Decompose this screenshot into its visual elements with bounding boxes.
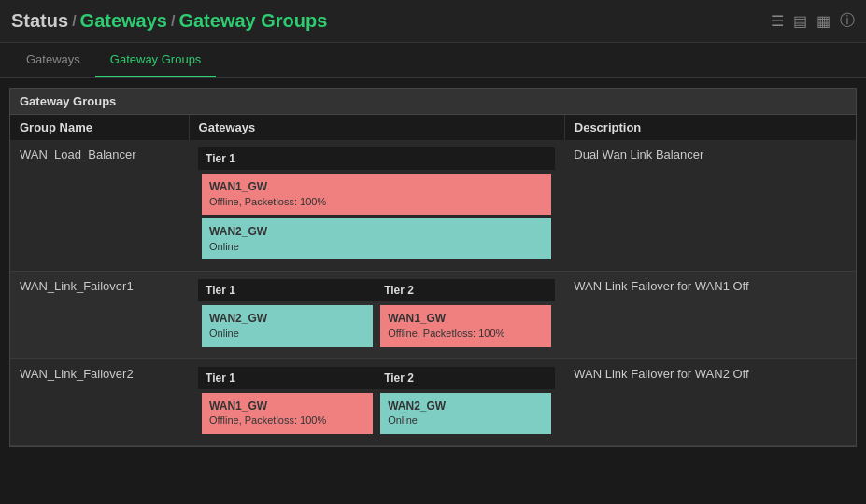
tier-block: Tier 1WAN2_GWOnline: [198, 279, 376, 350]
description-cell: WAN Link Failover for WAN1 Off: [564, 272, 856, 358]
tiers-container: Tier 1WAN1_GWOffline, Packetloss: 100%Ti…: [198, 367, 555, 438]
gateway-box: WAN2_GWOnline: [202, 305, 373, 346]
group-name-cell: WAN_Load_Balancer: [10, 140, 189, 272]
group-name-cell: WAN_Link_Failover2: [10, 358, 189, 445]
gateway-name: WAN2_GW: [388, 399, 544, 414]
tier-header: Tier 1: [198, 147, 555, 170]
content-area: Gateway Groups Group Name Gateways Descr…: [9, 88, 857, 447]
gateway-name: WAN2_GW: [209, 311, 365, 327]
col-header-description: Description: [564, 115, 856, 140]
gateway-groups-table: Group Name Gateways Description WAN_Load…: [10, 115, 856, 446]
table-row: WAN_Load_BalancerTier 1WAN1_GWOffline, P…: [10, 140, 856, 272]
description-cell: Dual Wan Link Balancer: [564, 140, 856, 272]
tab-gateway-groups[interactable]: Gateway Groups: [95, 43, 217, 77]
header-icons: ☰ ▤ ▦ ⓘ: [771, 11, 855, 31]
table-header-row: Group Name Gateways Description: [10, 115, 856, 140]
breadcrumb: Status / Gateways / Gateway Groups: [11, 10, 327, 32]
gateway-name: WAN1_GW: [209, 179, 544, 195]
group-name-cell: WAN_Link_Failover1: [10, 272, 189, 358]
gateway-box: WAN1_GWOffline, Packetloss: 100%: [380, 305, 551, 346]
tab-gateways[interactable]: Gateways: [11, 43, 95, 77]
tier-block: Tier 1WAN1_GWOffline, Packetloss: 100%: [198, 367, 376, 438]
gateways-cell: Tier 1WAN1_GWOffline, Packetloss: 100%WA…: [189, 140, 564, 272]
tiers-container: Tier 1WAN1_GWOffline, Packetloss: 100%WA…: [198, 147, 555, 263]
gateway-box: WAN2_GWOnline: [202, 218, 551, 259]
gateway-status: Online: [209, 240, 544, 254]
breadcrumb-sep1: /: [72, 13, 76, 30]
table-row: WAN_Link_Failover2Tier 1WAN1_GWOffline, …: [10, 358, 856, 445]
breadcrumb-status: Status: [11, 10, 68, 32]
breadcrumb-sep2: /: [171, 13, 175, 30]
gateways-cell: Tier 1WAN1_GWOffline, Packetloss: 100%Ti…: [189, 358, 564, 445]
gateways-cell: Tier 1WAN2_GWOnlineTier 2WAN1_GWOffline,…: [189, 272, 564, 358]
tier-header: Tier 2: [376, 279, 555, 301]
tier-header: Tier 1: [198, 367, 376, 389]
section-title: Gateway Groups: [20, 94, 116, 108]
breadcrumb-gateway-groups[interactable]: Gateway Groups: [178, 10, 327, 32]
table-icon[interactable]: ▦: [816, 12, 831, 30]
gateway-status: Offline, Packetloss: 100%: [209, 195, 544, 209]
gateway-box: WAN1_GWOffline, Packetloss: 100%: [202, 174, 551, 215]
list-icon[interactable]: ☰: [771, 12, 784, 30]
table-row: WAN_Link_Failover1Tier 1WAN2_GWOnlineTie…: [10, 272, 856, 358]
help-icon[interactable]: ⓘ: [840, 11, 855, 31]
tiers-container: Tier 1WAN2_GWOnlineTier 2WAN1_GWOffline,…: [198, 279, 555, 350]
gateway-status: Online: [388, 413, 544, 427]
col-header-groupname: Group Name: [10, 115, 189, 140]
tier-header: Tier 2: [376, 367, 555, 389]
header: Status / Gateways / Gateway Groups ☰ ▤ ▦…: [0, 0, 866, 43]
tier-block: Tier 1WAN1_GWOffline, Packetloss: 100%WA…: [198, 147, 555, 263]
gateway-status: Online: [209, 327, 365, 341]
description-cell: WAN Link Failover for WAN2 Off: [564, 358, 856, 445]
section-header: Gateway Groups: [10, 89, 856, 115]
col-header-gateways: Gateways: [189, 115, 564, 140]
gateway-name: WAN2_GW: [209, 224, 544, 240]
breadcrumb-gateways[interactable]: Gateways: [80, 10, 167, 32]
tabs-bar: Gateways Gateway Groups: [0, 43, 866, 78]
gateway-box: WAN2_GWOnline: [380, 393, 551, 434]
tier-header: Tier 1: [198, 279, 376, 301]
gateway-status: Offline, Packetloss: 100%: [209, 413, 365, 427]
gateway-name: WAN1_GW: [388, 311, 544, 327]
gateway-status: Offline, Packetloss: 100%: [388, 327, 544, 341]
chart-icon[interactable]: ▤: [793, 12, 807, 30]
gateway-box: WAN1_GWOffline, Packetloss: 100%: [202, 393, 373, 434]
tier-block: Tier 2WAN2_GWOnline: [376, 367, 555, 438]
tier-block: Tier 2WAN1_GWOffline, Packetloss: 100%: [376, 279, 555, 350]
gateway-name: WAN1_GW: [209, 399, 365, 414]
